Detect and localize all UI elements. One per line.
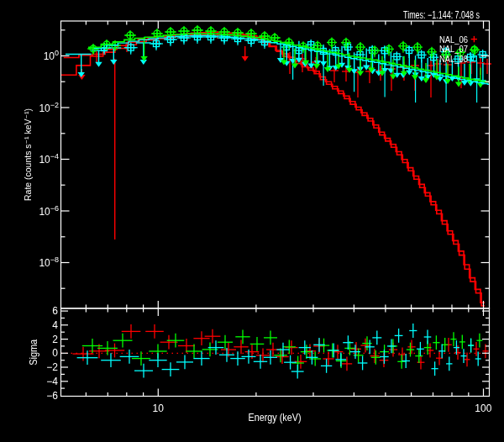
svg-text:NAL_07: NAL_07 (439, 44, 468, 54)
svg-text:Sigma: Sigma (28, 339, 39, 366)
svg-text:6: 6 (52, 305, 58, 317)
svg-text:Times: −1.144: 7.048 s: Times: −1.144: 7.048 s (403, 9, 480, 21)
svg-text:0: 0 (52, 347, 58, 359)
svg-text:Energy (keV): Energy (keV) (249, 412, 302, 424)
svg-text:4: 4 (52, 319, 58, 331)
svg-text:NAL_08: NAL_08 (439, 54, 468, 64)
svg-text:−6: −6 (46, 390, 58, 402)
svg-text:10: 10 (153, 403, 165, 414)
svg-text:NAL_06: NAL_06 (439, 34, 468, 45)
svg-text:−4: −4 (46, 376, 58, 387)
svg-text:Rate (counts s⁻¹ keV⁻¹): Rate (counts s⁻¹ keV⁻¹) (23, 108, 33, 201)
svg-text:−2: −2 (46, 361, 58, 373)
svg-text:2: 2 (52, 334, 58, 345)
svg-text:100: 100 (475, 403, 491, 414)
